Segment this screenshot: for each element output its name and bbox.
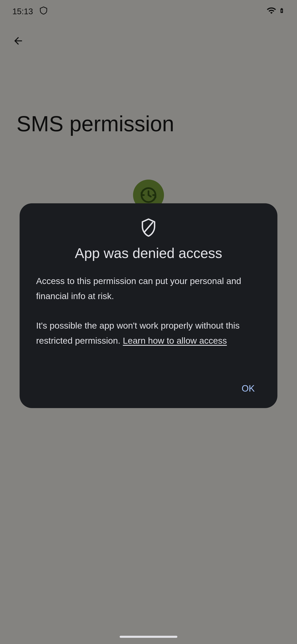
learn-more-link[interactable]: Learn how to allow access [123,336,227,346]
dialog-actions: OK [36,379,261,398]
dialog-paragraph-2: It's possible the app won't work properl… [36,318,261,348]
dialog-paragraph-1: Access to this permission can put your p… [36,274,261,304]
dialog-body: Access to this permission can put your p… [36,274,261,348]
svg-line-1 [144,222,152,232]
ok-button[interactable]: OK [235,379,261,398]
gesture-nav-bar[interactable] [120,636,177,638]
dialog-title: App was denied access [36,245,261,261]
denied-access-dialog: App was denied access Access to this per… [19,203,278,408]
shield-warning-icon [36,218,261,237]
